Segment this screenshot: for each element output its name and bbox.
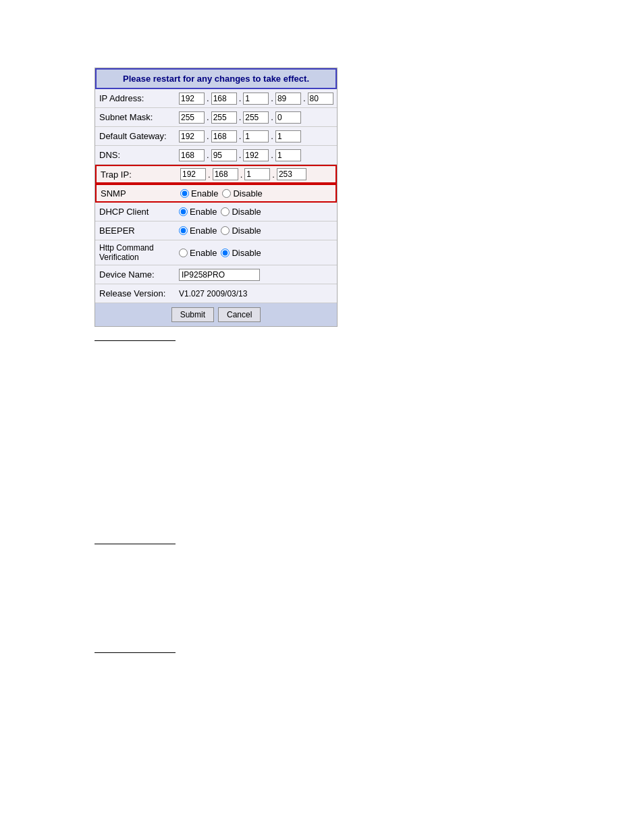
network-settings-form: Please restart for any changes to take e… bbox=[95, 68, 338, 327]
ip-address-oct1[interactable] bbox=[179, 93, 205, 105]
subnet-mask-inputs: . . . bbox=[176, 109, 337, 126]
subnet-oct2[interactable] bbox=[211, 111, 237, 124]
subnet-oct4[interactable] bbox=[275, 111, 301, 124]
subnet-mask-row: Subnet Mask: . . . bbox=[95, 108, 337, 127]
snmp-label: SNMP bbox=[97, 186, 178, 201]
dhcp-radio-group: Enable Disable bbox=[176, 205, 337, 219]
http-command-radio-group: Enable Disable bbox=[176, 246, 337, 260]
http-command-label: Http Command Verification bbox=[95, 240, 176, 265]
ip-address-label: IP Address: bbox=[95, 90, 176, 106]
subnet-mask-label: Subnet Mask: bbox=[95, 109, 176, 125]
ip-address-oct3[interactable] bbox=[243, 93, 269, 105]
dhcp-enable-radio[interactable] bbox=[179, 207, 188, 216]
release-version-label: Release Version: bbox=[95, 286, 176, 301]
beeper-label: BEEPER bbox=[95, 223, 176, 238]
snmp-radio-group: Enable Disable bbox=[178, 186, 336, 201]
separator-line-2 bbox=[95, 544, 176, 544]
dns-oct1[interactable] bbox=[179, 149, 205, 161]
beeper-enable-radio[interactable] bbox=[179, 226, 188, 235]
trap-oct4[interactable] bbox=[277, 168, 306, 180]
gateway-oct2[interactable] bbox=[211, 130, 237, 142]
dhcp-client-row: DHCP Client Enable Disable bbox=[95, 203, 337, 221]
snmp-enable-radio[interactable] bbox=[180, 189, 189, 198]
release-version-row: Release Version: V1.027 2009/03/13 bbox=[95, 284, 337, 303]
gateway-oct3[interactable] bbox=[243, 130, 269, 142]
ip-address-oct4[interactable] bbox=[275, 93, 301, 105]
snmp-disable-radio[interactable] bbox=[222, 189, 231, 198]
dns-oct2[interactable] bbox=[211, 149, 237, 161]
dns-label: DNS: bbox=[95, 147, 176, 163]
dns-oct3[interactable] bbox=[243, 149, 269, 161]
snmp-enable-label[interactable]: Enable bbox=[180, 188, 218, 199]
ip-address-oct2[interactable] bbox=[211, 93, 237, 105]
dhcp-client-label: DHCP Client bbox=[95, 204, 176, 219]
form-footer: Submit Cancel bbox=[95, 303, 337, 326]
default-gateway-row: Default Gateway: . . . bbox=[95, 127, 337, 146]
trap-oct1[interactable] bbox=[180, 168, 206, 180]
trap-ip-inputs: . . . bbox=[178, 166, 336, 182]
dns-inputs: . . . bbox=[176, 147, 337, 163]
gateway-oct4[interactable] bbox=[275, 130, 301, 142]
dhcp-disable-radio[interactable] bbox=[221, 207, 230, 216]
dhcp-disable-label[interactable]: Disable bbox=[221, 207, 261, 217]
cancel-button[interactable]: Cancel bbox=[218, 307, 261, 322]
beeper-disable-radio[interactable] bbox=[221, 226, 230, 235]
gateway-oct1[interactable] bbox=[179, 130, 205, 142]
http-disable-radio[interactable] bbox=[221, 249, 230, 257]
beeper-disable-label[interactable]: Disable bbox=[221, 226, 261, 236]
dns-oct4[interactable] bbox=[275, 149, 301, 161]
device-name-input[interactable] bbox=[179, 269, 260, 281]
http-disable-label[interactable]: Disable bbox=[221, 248, 261, 258]
beeper-row: BEEPER Enable Disable bbox=[95, 221, 337, 240]
dns-row: DNS: . . . bbox=[95, 146, 337, 165]
http-enable-label[interactable]: Enable bbox=[179, 248, 217, 258]
restart-notice-text: Please restart for any changes to take e… bbox=[123, 74, 309, 84]
device-name-row: Device Name: bbox=[95, 265, 337, 284]
restart-notice: Please restart for any changes to take e… bbox=[95, 68, 337, 89]
dhcp-enable-label[interactable]: Enable bbox=[179, 207, 217, 217]
separator-line-3 bbox=[95, 652, 176, 653]
ip-address-inputs: . . . . bbox=[176, 90, 337, 107]
http-enable-radio[interactable] bbox=[179, 249, 188, 257]
separator-line-1 bbox=[95, 340, 176, 341]
http-command-row: Http Command Verification Enable Disable bbox=[95, 240, 337, 265]
beeper-radio-group: Enable Disable bbox=[176, 224, 337, 238]
trap-oct2[interactable] bbox=[213, 168, 238, 180]
trap-oct3[interactable] bbox=[244, 168, 270, 180]
device-name-label: Device Name: bbox=[95, 267, 176, 282]
release-version-value: V1.027 2009/03/13 bbox=[176, 287, 337, 301]
snmp-row: SNMP Enable Disable bbox=[95, 184, 337, 203]
device-name-input-wrapper bbox=[176, 267, 337, 283]
default-gateway-inputs: . . . bbox=[176, 128, 337, 145]
default-gateway-label: Default Gateway: bbox=[95, 128, 176, 144]
subnet-oct3[interactable] bbox=[243, 111, 269, 124]
snmp-disable-label[interactable]: Disable bbox=[222, 188, 262, 199]
subnet-oct1[interactable] bbox=[179, 111, 205, 124]
submit-button[interactable]: Submit bbox=[171, 307, 214, 322]
ip-address-row: IP Address: . . . . bbox=[95, 89, 337, 108]
ip-address-oct5[interactable] bbox=[308, 93, 333, 105]
beeper-enable-label[interactable]: Enable bbox=[179, 226, 217, 236]
trap-ip-label: Trap IP: bbox=[97, 167, 178, 182]
trap-ip-row: Trap IP: . . . bbox=[95, 165, 337, 184]
